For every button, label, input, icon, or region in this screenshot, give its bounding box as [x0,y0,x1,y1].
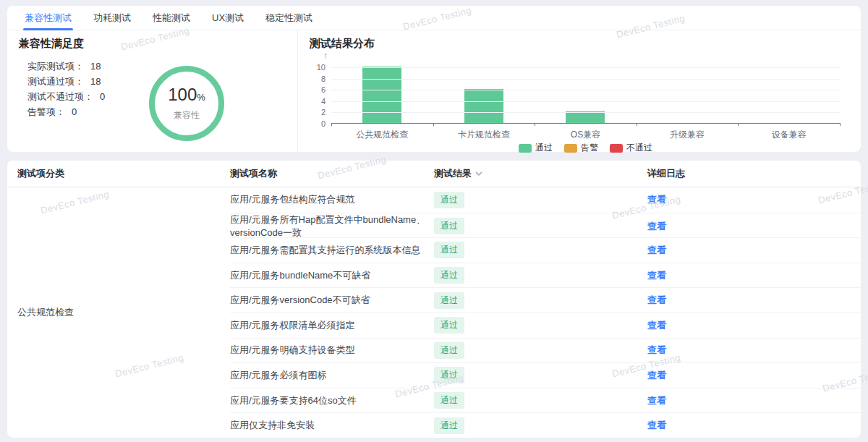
view-log-link[interactable]: 查看 [647,419,666,432]
table-row: 应用/元服务必须有图标通过查看 [230,362,861,388]
x-axis-tick [433,123,434,126]
stat-label: 告警项： [27,106,65,117]
legend-label: 通过 [535,142,553,154]
table-row: 应用/元服务bundleName不可缺省通过查看 [230,263,861,288]
result-badge: 通过 [434,317,464,333]
bar-卡片规范检查-通过 [464,89,503,123]
y-tick-label: 8 [298,74,326,84]
stat-value: 18 [90,61,101,72]
gridline [331,112,840,113]
y-axis-arrow-icon: ↑ [320,51,331,61]
bar-chart-plot [331,67,840,124]
tab-功耗测试[interactable]: 功耗测试 [93,6,131,30]
gridline [331,101,840,102]
test-item-name: 应用/元服务必须有图标 [230,369,434,382]
table-row: 应用/元服务要支持64位so文件通过查看 [230,388,861,413]
table-row: 应用/元服务所有Hap配置文件中bundleName、versionCode一致… [230,213,861,238]
view-log-link[interactable]: 查看 [647,344,666,357]
y-tick-label: 4 [298,96,326,106]
table-row: 应用/元服务明确支持设备类型通过查看 [230,338,861,363]
x-axis-category-labels: 公共规范检查卡片规范检查OS兼容升级兼容设备兼容 [331,129,840,141]
stat-label: 测试通过项： [27,76,84,87]
test-item-name: 应用/元服务明确支持设备类型 [230,344,434,357]
y-tick-label: 2 [298,107,326,117]
bar-slot [331,67,433,123]
legend-item-通过[interactable]: 通过 [519,142,553,154]
test-item-name: 应用/元服务bundleName不可缺省 [230,269,434,282]
col-header-category: 测试项分类 [7,167,230,180]
view-log-link[interactable]: 查看 [647,193,666,206]
col-header-result[interactable]: 测试结果 [434,167,647,180]
category-cell: 公共规范检查 [7,187,230,438]
bar-公共规范检查-通过 [362,67,401,123]
chart-legend: 通过告警不通过 [331,142,840,154]
gridline [331,90,840,90]
legend-label: 不通过 [626,142,652,154]
test-item-name: 应用/元服务versionCode不可缺省 [230,294,434,307]
chevron-down-icon [475,171,482,176]
view-log-link[interactable]: 查看 [647,220,666,233]
view-log-link[interactable]: 查看 [647,244,666,257]
test-item-name: 应用/元服务需配置其支持运行的系统版本信息 [230,244,434,257]
test-item-name: 应用/元服务所有Hap配置文件中bundleName、versionCode一致 [230,213,434,239]
stat-row: 实际测试项：18 [27,59,297,74]
table-header-row: 测试项分类 测试项名称 测试结果 详细日志 [7,161,861,187]
result-badge: 通过 [434,242,464,258]
result-badge: 通过 [434,417,464,434]
tab-兼容性测试[interactable]: 兼容性测试 [25,6,72,30]
stat-value: 0 [72,106,77,117]
result-badge: 通过 [434,342,464,359]
view-log-link[interactable]: 查看 [647,394,666,407]
x-category-label: OS兼容 [535,129,637,141]
gridline [331,79,840,80]
y-tick-label: 6 [298,85,326,95]
table-row: 应用/元服务包结构应符合规范通过查看 [230,187,861,213]
result-badge: 通过 [434,367,464,383]
ring-caption: 兼容性 [174,109,200,122]
tab-性能测试[interactable]: 性能测试 [153,6,190,30]
stat-label: 测试不通过项： [27,91,93,102]
bar-slot [535,67,637,123]
view-log-link[interactable]: 查看 [647,294,666,307]
result-badge: 通过 [434,392,464,409]
table-row: 应用/元服务需配置其支持运行的系统版本信息通过查看 [230,237,861,263]
legend-item-不通过[interactable]: 不通过 [610,142,652,154]
table-row: 应用/元服务权限清单必须指定通过查看 [230,313,861,338]
x-category-label: 卡片规范检查 [433,129,535,141]
tab-bar: 兼容性测试功耗测试性能测试UX测试稳定性测试 [7,6,861,30]
table-body: 公共规范检查 应用/元服务包结构应符合规范通过查看应用/元服务所有Hap配置文件… [7,187,861,438]
result-distribution-panel: 测试结果分布 ↑ 0246810 公共规范检查卡片规范检查OS兼容升级兼容设备兼… [298,30,861,151]
summary-title: 兼容性满足度 [19,37,297,51]
table-row: 应用仅支持非免安装通过查看 [230,412,861,438]
stat-label: 实际测试项： [27,61,84,72]
x-category-label: 设备兼容 [738,129,840,141]
legend-swatch-icon [564,144,577,153]
bar-OS兼容-通过 [566,111,605,123]
top-card: 兼容性测试功耗测试性能测试UX测试稳定性测试 兼容性满足度 实际测试项：18测试… [7,6,861,152]
tab-稳定性测试[interactable]: 稳定性测试 [265,6,312,30]
bar-slot [433,67,535,123]
legend-swatch-icon [519,144,532,153]
result-badge: 通过 [434,292,464,309]
result-badge: 通过 [434,192,464,208]
bar-slot [738,67,840,123]
gridline [331,67,840,68]
view-log-link[interactable]: 查看 [647,319,666,332]
compatibility-ring: 100% 兼容性 [149,66,224,141]
result-badge: 通过 [434,267,464,284]
chart-title: 测试结果分布 [310,37,861,51]
x-axis-tick [637,123,637,126]
x-axis-tick [331,123,332,126]
legend-swatch-icon [610,144,623,153]
bar-slot [637,67,739,123]
view-log-link[interactable]: 查看 [647,369,666,382]
x-axis-tick [535,123,535,126]
ring-percent: 100% [168,86,205,106]
test-item-name: 应用/元服务包结构应符合规范 [230,193,434,206]
compatibility-summary-panel: 兼容性满足度 实际测试项：18测试通过项：18测试不通过项：0告警项：0 100… [7,30,298,151]
legend-item-告警[interactable]: 告警 [564,142,598,154]
view-log-link[interactable]: 查看 [647,269,666,282]
y-tick-label: 0 [298,119,326,129]
tab-UX测试[interactable]: UX测试 [212,6,244,30]
table-row: 应用/元服务versionCode不可缺省通过查看 [230,287,861,313]
